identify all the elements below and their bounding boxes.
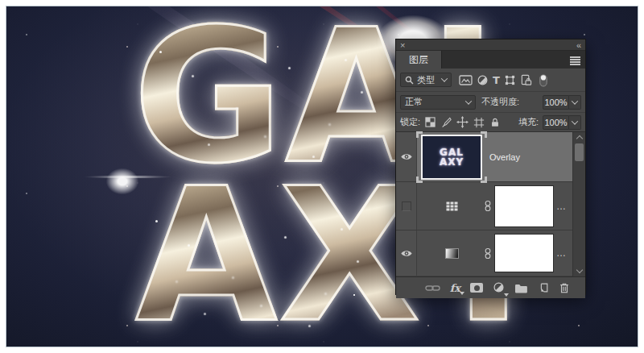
- scroll-down-icon[interactable]: [576, 267, 583, 273]
- lock-position-icon[interactable]: [456, 116, 469, 128]
- layer-mask-thumbnail[interactable]: [494, 185, 554, 227]
- panel-titlebar: × «: [396, 39, 585, 51]
- opacity-value[interactable]: 100%: [543, 95, 569, 110]
- lock-image-pixels-icon[interactable]: [440, 117, 452, 128]
- chevron-down-icon: [465, 98, 472, 104]
- eye-icon[interactable]: [400, 249, 413, 258]
- blend-mode-value: 正常: [405, 96, 423, 108]
- tab-layers[interactable]: 图层: [396, 51, 442, 69]
- layer-name-truncated[interactable]: …: [556, 247, 567, 259]
- panel-tabbar: 图层: [396, 51, 585, 69]
- layer-name[interactable]: Overlay: [489, 152, 520, 162]
- lock-all-icon[interactable]: [489, 117, 501, 128]
- layer-name-truncated[interactable]: …: [556, 201, 567, 212]
- filter-toggle-switch-icon[interactable]: [539, 73, 547, 87]
- sparkle-particles: [155, 220, 158, 222]
- layer-row-gradient[interactable]: …: [396, 230, 572, 276]
- layer-thumbnail[interactable]: GAL AXY: [421, 135, 482, 180]
- fill-label: 填充:: [518, 116, 539, 128]
- layer-thumbnail[interactable]: [420, 201, 483, 212]
- filter-kind-select[interactable]: 类型: [400, 73, 452, 87]
- fill-dropdown-button[interactable]: [569, 115, 581, 130]
- fill-value[interactable]: 100%: [543, 115, 569, 130]
- lock-label: 锁定:: [400, 116, 420, 128]
- thumb-text-line2: AXY: [440, 157, 464, 167]
- filter-type-layers-icon[interactable]: T: [493, 75, 500, 85]
- thumb-corner-bracket: [416, 131, 423, 138]
- star-flare-streak: [84, 176, 172, 178]
- panel-menu-icon[interactable]: [570, 56, 580, 58]
- visibility-cell[interactable]: [396, 230, 417, 276]
- opacity-label: 不透明度:: [481, 96, 519, 108]
- filter-smart-object-icon[interactable]: [520, 74, 532, 86]
- thumb-corner-bracket: [416, 176, 423, 183]
- delete-layer-icon[interactable]: [559, 282, 570, 294]
- thumb-text-line1: GAL: [440, 147, 464, 157]
- mask-link-icon[interactable]: [483, 199, 493, 213]
- search-icon: [405, 76, 414, 85]
- fx-icon: fx: [450, 282, 460, 294]
- layer-thumbnail[interactable]: [420, 248, 483, 259]
- filter-adjustment-layers-icon[interactable]: [477, 74, 489, 86]
- new-layer-icon[interactable]: [538, 282, 549, 293]
- lock-artboard-icon[interactable]: [473, 117, 485, 128]
- screenshot-frame: GAL AXY × « 图层 类型: [0, 0, 644, 353]
- dropdown-triangle-icon: [504, 293, 509, 297]
- layer-row-pattern[interactable]: …: [396, 182, 572, 230]
- new-group-icon[interactable]: [514, 283, 528, 293]
- mask-link-icon[interactable]: [483, 247, 493, 260]
- scrollbar[interactable]: [572, 132, 585, 276]
- layer-style-button[interactable]: fx: [450, 283, 460, 293]
- new-adjustment-layer-button[interactable]: [493, 281, 505, 295]
- lock-transparent-pixels-icon[interactable]: [425, 117, 436, 127]
- scroll-up-icon[interactable]: [576, 135, 583, 142]
- opacity-dropdown-button[interactable]: [569, 95, 581, 110]
- layer-mask-thumbnail[interactable]: [494, 234, 554, 272]
- adjustment-circle-icon: [493, 281, 505, 293]
- eye-hidden-box[interactable]: [402, 201, 411, 211]
- collapse-panel-icon[interactable]: «: [576, 41, 581, 49]
- visibility-cell[interactable]: [396, 182, 417, 230]
- chevron-down-icon: [441, 75, 448, 81]
- thumb-corner-bracket: [481, 131, 487, 138]
- blend-row: 正常 不透明度: 100%: [396, 92, 585, 113]
- eye-icon[interactable]: [400, 152, 413, 161]
- sparkle-particles: [159, 51, 162, 53]
- filter-shape-layers-icon[interactable]: [504, 74, 516, 86]
- link-layers-icon[interactable]: [425, 284, 440, 293]
- layers-panel: × « 图层 类型 T: [395, 39, 586, 295]
- filter-row: 类型 T: [396, 69, 585, 92]
- thumb-corner-bracket: [481, 176, 487, 183]
- lock-row: 锁定: 填充: 100%: [396, 113, 585, 132]
- gradient-fill-icon: [445, 248, 459, 259]
- blend-mode-select[interactable]: 正常: [400, 95, 476, 110]
- visibility-cell[interactable]: [396, 132, 417, 181]
- add-layer-mask-icon[interactable]: [470, 283, 483, 293]
- dropdown-triangle-icon: [460, 292, 464, 295]
- close-icon[interactable]: ×: [400, 41, 405, 49]
- layer-list: GAL AXY Overlay: [396, 132, 585, 276]
- filter-pixel-layers-icon[interactable]: [459, 74, 473, 86]
- layer-row-overlay[interactable]: GAL AXY Overlay: [396, 132, 572, 182]
- star-flare: [101, 164, 143, 198]
- scrollbar-thumb[interactable]: [575, 143, 584, 161]
- filter-kind-label: 类型: [417, 74, 435, 86]
- pattern-fill-icon: [445, 201, 459, 212]
- panel-bottom-toolbar: fx: [396, 276, 585, 298]
